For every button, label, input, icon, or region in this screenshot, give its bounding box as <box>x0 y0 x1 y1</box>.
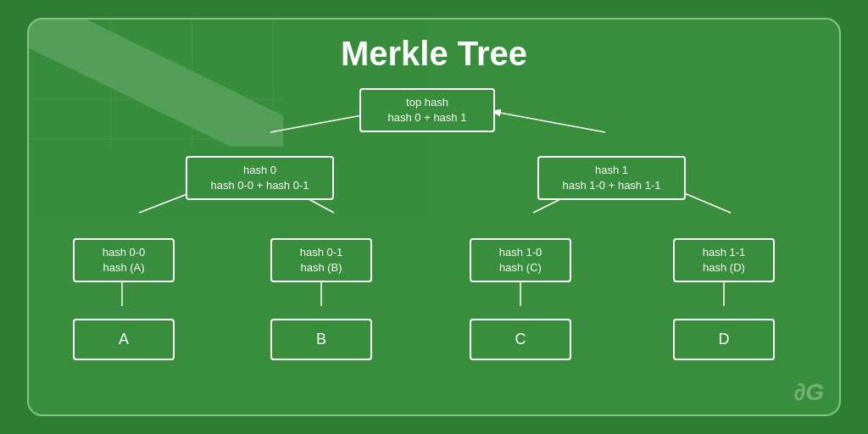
svg-line-20 <box>491 111 605 132</box>
node-hash0: hash 0 hash 0-0 + hash 0-1 <box>186 156 334 200</box>
page-title: Merkle Tree <box>341 35 527 73</box>
main-container: Merkle Tree <box>27 18 841 416</box>
node-d: D <box>673 319 775 360</box>
node-hash01: hash 0-1 hash (B) <box>270 238 372 282</box>
node-top-hash: top hash hash 0 + hash 1 <box>359 88 495 132</box>
node-a: A <box>73 319 175 360</box>
node-hash00: hash 0-0 hash (A) <box>73 238 175 282</box>
tree-diagram: top hash hash 0 + hash 1 hash 0 hash 0-0… <box>29 81 839 415</box>
node-hash10: hash 1-0 hash (C) <box>470 238 571 282</box>
node-b: B <box>270 319 372 360</box>
node-hash11: hash 1-1 hash (D) <box>673 238 775 282</box>
node-c: C <box>470 319 571 360</box>
node-hash1: hash 1 hash 1-0 + hash 1-1 <box>537 156 686 200</box>
